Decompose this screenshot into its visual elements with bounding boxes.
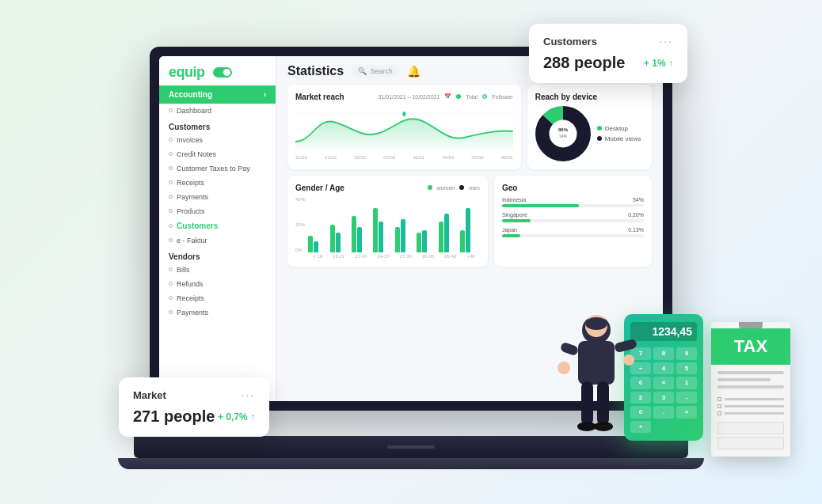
dot-icon [169,267,173,271]
logo-area: equip [159,56,276,85]
customers-floating-card: Customers ··· 288 people + 1% ↑ [529,24,687,83]
bar-men-1 [336,233,341,252]
women-label: women [437,185,455,191]
geo-value-0: 54% [633,197,644,203]
bar-group-6 [439,214,458,252]
total-label: Total [466,94,478,100]
customers-card-menu[interactable]: ··· [659,35,673,47]
dot-icon [169,180,173,184]
reach-by-device-card: Reach by device 86% 14% [527,85,652,169]
x-label: 02/02 [354,155,366,160]
geo-country-2: Japan [502,227,517,233]
svg-rect-13 [614,339,637,354]
bar-group-2 [352,216,371,252]
geo-item-1: Singapore 0,20% [502,212,644,222]
calendar-icon: 📅 [444,93,451,100]
customers-card-header: Customers ··· [543,35,673,47]
dot-icon [169,282,173,286]
date-range: 31/01/2021 – 10/02/2021 [379,94,440,100]
sidebar-item-bills[interactable]: Bills [159,263,276,277]
x-labels: 31/01 01/02 02/02 03/02 31/01 04/02 05/0… [295,155,513,160]
desktop-label: Desktop [605,125,628,132]
sidebar-item-label: Receipts [177,294,204,302]
calc-btn-4: 4 [653,362,674,375]
toggle-switch[interactable] [213,67,232,78]
clipboard-bg: TAX [711,322,790,457]
accounting-menu-item[interactable]: Accounting › [159,85,276,104]
svg-rect-14 [581,381,593,425]
sidebar-item-label: Products [177,207,205,215]
svg-rect-15 [597,381,609,425]
bar-women-1 [330,225,335,252]
market-card-menu[interactable]: ··· [241,388,255,401]
pie-svg-container: 86% 14% [535,106,591,161]
checkbox-row [717,404,784,408]
pie-legend-item-desktop: Desktop [597,125,641,132]
pie-chart-svg: 86% 14% [535,106,591,161]
gender-age-card: Gender / Age women men 40% [287,176,488,267]
bar-women-7 [460,230,465,252]
svg-point-3 [402,112,405,116]
men-dot [459,185,464,190]
tax-label: TAX [711,328,790,365]
sidebar-item-products[interactable]: Products [159,204,276,218]
sidebar-item-efaktur[interactable]: e - Faktur [159,233,276,248]
bar-men-6 [444,214,449,252]
x-label: 01/02 [325,155,337,160]
x-label: 31/01 [295,155,307,160]
bar-men-4 [401,219,405,252]
logo-text: equip [169,64,205,81]
gender-age-title: Gender / Age [295,184,344,192]
geo-label-1: Singapore 0,20% [502,212,644,218]
accounting-label: Accounting [169,90,212,99]
sidebar-item-dashboard[interactable]: Dashboard [159,104,276,118]
sidebar-item-label: Payments [177,309,208,316]
geo-bar-bg-2 [502,234,644,237]
calc-btn-3: 3 [653,392,674,404]
sidebar-item-taxes[interactable]: Customer Taxes to Pay [159,161,276,176]
bar-women-5 [417,233,421,252]
follower-label: Follower [492,94,512,100]
dot-icon [169,195,173,199]
search-icon: 🔍 [358,67,367,75]
line-chart-area [295,106,513,153]
sidebar-item-label: Payments [177,193,208,201]
svg-point-16 [577,422,596,431]
dashboard-row-1: Market reach 31/01/2021 – 10/02/2021 📅 T… [287,85,652,169]
market-reach-header: Market reach 31/01/2021 – 10/02/2021 📅 T… [295,93,513,101]
geo-country-1: Singapore [502,212,527,218]
tax-clipboard-illustration: TAX [711,322,790,457]
svg-rect-12 [560,342,580,357]
sidebar-item-receipts2[interactable]: Receipts [159,291,276,305]
svg-point-18 [558,362,570,374]
sidebar-item-payments2[interactable]: Payments [159,305,276,320]
geo-card: Geo Indonesia 54% [494,176,652,267]
customers-card-title: Customers [543,36,597,47]
search-bar[interactable]: 🔍 Search [352,65,399,78]
geo-country-0: Indonesia [502,197,526,203]
age-label-7: +40 [466,254,474,259]
laptop-notch [387,445,435,449]
notification-icon[interactable]: 🔔 [407,65,421,78]
checkbox [717,397,721,401]
sidebar-item-customers[interactable]: Customers [159,218,276,233]
sidebar-item-invoices[interactable]: Invoices [159,133,276,147]
bar-x-labels: < 18 18-21 21-24 24-27 27-30 30-35 35-40… [308,254,480,259]
age-label-2: 21-24 [355,254,367,259]
sidebar-item-label: e - Faktur [177,237,207,244]
sidebar-item-credit-notes[interactable]: Credit Notes [159,147,276,161]
calc-display: 1234,45 [630,322,697,341]
sidebar-item-receipts1[interactable]: Receipts [159,176,276,190]
bar-chart-inner: < 18 18-21 21-24 24-27 27-30 30-35 35-40… [308,197,480,259]
age-label-5: 30-35 [422,254,434,259]
mobile-label: Mobile views [605,135,641,142]
geo-label-0: Indonesia 54% [502,197,644,203]
market-reach-meta: 31/01/2021 – 10/02/2021 📅 Total Follower [379,93,513,100]
market-card-change: + 0,7% ↑ [218,411,255,423]
sidebar-item-refunds[interactable]: Refunds [159,277,276,291]
checkbox-row [717,411,784,415]
women-dot [428,185,432,190]
sidebar-item-payments1[interactable]: Payments [159,190,276,204]
geo-value-1: 0,20% [628,212,644,218]
geo-title: Geo [502,184,517,192]
